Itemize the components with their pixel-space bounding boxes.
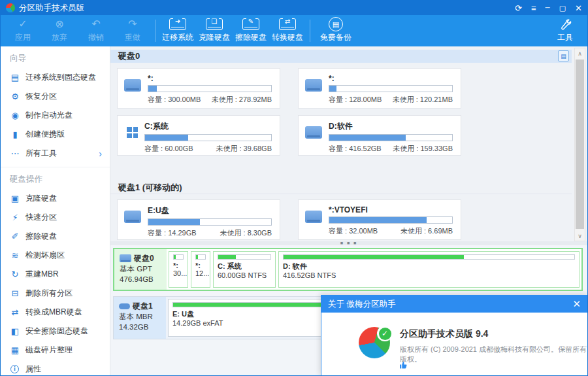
- discard-button[interactable]: ⊗ 放弃: [41, 16, 78, 46]
- sidebar-item-rebuild-mbr[interactable]: ↻ 重建MBR: [1, 265, 110, 284]
- clone-icon: ▣: [10, 194, 20, 203]
- windows-logo-icon: [127, 127, 138, 138]
- toolbar-separator: [310, 20, 310, 42]
- undo-button[interactable]: ↶ 撤销: [78, 16, 114, 46]
- free-text: 未使用 : 6.69MB: [400, 226, 453, 236]
- partition-block[interactable]: D: 软件 416.52GB NTFS: [278, 251, 580, 288]
- sidebar-item-check-bad-sectors[interactable]: ≋ 检测坏扇区: [1, 246, 110, 265]
- lightning-icon: ⚡: [10, 213, 20, 222]
- sidebar-item-quick-partition[interactable]: ⚡ 快速分区: [1, 208, 110, 227]
- eraser-icon: ◧: [10, 326, 20, 336]
- clone-disk-icon: ❑: [206, 18, 223, 30]
- swap-icon: ⇄: [10, 307, 20, 317]
- thumb-up-icon: [399, 361, 408, 371]
- scroll-down-icon[interactable]: ∨: [575, 231, 585, 241]
- wipe-disk-icon: ✎: [242, 18, 259, 30]
- sidebar-item-delete-all-partitions[interactable]: ⊟ 删除所有分区: [1, 284, 110, 303]
- partition-card[interactable]: *: 容量 : 300.00MB 未使用 : 278.92MB: [117, 68, 280, 109]
- toolbar-separator: [155, 20, 155, 42]
- sidebar-item-wipe-disk[interactable]: ✐ 擦除硬盘: [1, 227, 110, 246]
- scrollbar-thumb[interactable]: [576, 60, 584, 229]
- partition-block[interactable]: C: 系统 60.00GB NTFS: [213, 251, 276, 288]
- convert-disk-label: 转换硬盘: [272, 32, 303, 43]
- toolbar: ✓ 应用 ⊗ 放弃 ↶ 撤销 ↷ 重做 ➜ 迁移系统 ❑ 克隆硬盘: [1, 15, 587, 46]
- app-logo-icon: [6, 3, 15, 12]
- clone-disk-button[interactable]: ❑ 克隆硬盘: [196, 16, 233, 46]
- aomei-logo-icon: ✓: [359, 327, 390, 358]
- about-app-name: 分区助手技术员版 9.4: [400, 328, 488, 340]
- disk0-row[interactable]: 硬盘0 基本 GPT 476.94GB *: 30... *: 12...: [113, 248, 583, 291]
- disk-size: 14.32GB: [119, 322, 162, 332]
- discard-icon: ⊗: [55, 18, 63, 30]
- free-text: 未使用 : 159.33GB: [393, 144, 453, 154]
- app-window: 分区助手技术员版 ⟳ ≡ ─ ▢ ✕ ✓ 应用 ⊗ 放弃 ↶ 撤销 ↷: [0, 0, 588, 376]
- sidebar-item-portable-version[interactable]: ▮ 创建便携版: [1, 125, 110, 144]
- partition-card[interactable]: *: 容量 : 128.00MB 未使用 : 120.21MB: [298, 68, 461, 109]
- capacity-text: 容量 : 416.52GB: [329, 144, 382, 154]
- redo-label: 重做: [125, 32, 140, 43]
- usage-bar: [173, 254, 184, 260]
- free-text: 未使用 : 120.21MB: [393, 95, 453, 105]
- info-icon: i: [10, 365, 19, 373]
- drive-icon: [124, 211, 141, 223]
- disk0-label[interactable]: 硬盘0 基本 GPT 476.94GB: [114, 249, 167, 290]
- discard-label: 放弃: [52, 32, 67, 43]
- disk-type: 基本 MBR: [119, 311, 162, 322]
- check-icon: ✓: [18, 18, 27, 30]
- maximize-button[interactable]: ▢: [559, 5, 566, 12]
- sidebar-item-convert-to-mbr[interactable]: ⇄ 转换成MBR硬盘: [1, 303, 110, 322]
- close-button[interactable]: ✕: [575, 4, 582, 12]
- dialog-close-button[interactable]: ✕: [572, 298, 581, 310]
- scroll-up-icon[interactable]: ∧: [575, 48, 585, 58]
- clone-disk-label: 克隆硬盘: [199, 32, 230, 43]
- migrate-os-button[interactable]: ➜ 迁移系统: [159, 16, 196, 46]
- partition-block[interactable]: *: 12...: [191, 251, 210, 288]
- disk-size: 476.94GB: [120, 274, 163, 284]
- partition-name: C:系统: [144, 121, 272, 132]
- sidebar-item-migrate-os-to-ssd[interactable]: ▤ 迁移系统到固态硬盘: [1, 68, 110, 87]
- disk0-group-header[interactable]: 硬盘0: [110, 50, 572, 63]
- sidebar-item-all-tools[interactable]: ⋯ 所有工具 ›: [1, 144, 110, 163]
- minimize-button[interactable]: ─: [546, 5, 550, 11]
- partition-card[interactable]: D:软件 容量 : 416.52GB 未使用 : 159.33GB: [298, 115, 461, 156]
- sidebar-item-properties[interactable]: i 属性: [1, 360, 110, 375]
- partition-card[interactable]: E:U盘 容量 : 14.29GB 未使用 : 8.30GB: [117, 199, 280, 240]
- free-text: 未使用 : 39.68GB: [216, 144, 272, 154]
- menu-icon[interactable]: ≡: [531, 4, 536, 12]
- capacity-text: 容量 : 32.00MB: [329, 226, 378, 236]
- sidebar-item-secure-erase-ssd[interactable]: ◧ 安全擦除固态硬盘: [1, 322, 110, 341]
- convert-disk-button[interactable]: ⇄ 转换硬盘: [269, 16, 306, 46]
- defrag-icon: ▦: [10, 345, 20, 355]
- sidebar-item-bootable-media[interactable]: ◉ 制作启动光盘: [1, 106, 110, 125]
- view-toggle-icon[interactable]: ▤: [558, 50, 569, 61]
- sidebar: 向导 ▤ 迁移系统到固态硬盘 ⚙ 恢复分区 ◉ 制作启动光盘 ▮ 创建便携版 ⋯…: [1, 46, 110, 375]
- partition-card[interactable]: *:VTOYEFI 容量 : 32.00MB 未使用 : 6.69MB: [298, 199, 461, 240]
- vertical-scrollbar[interactable]: ∧ ∨: [574, 48, 585, 241]
- refresh-icon[interactable]: ⟳: [515, 4, 522, 12]
- undo-icon: ↶: [91, 18, 100, 30]
- about-copyright: 版权所有 (C) 2009-2021 成都傲梅科技有限公司。保留所有版权。: [400, 345, 587, 364]
- partition-name: *:VTOYEFI: [329, 205, 453, 214]
- disk1-group-header[interactable]: 硬盘1 (可移动的): [110, 181, 572, 194]
- partition-card[interactable]: C:系统 容量 : 60.00GB 未使用 : 39.68GB: [117, 115, 280, 156]
- free-backup-button[interactable]: ▤ 免费备份: [314, 16, 357, 46]
- broom-icon: ✐: [10, 231, 20, 241]
- convert-disk-icon: ⇄: [279, 18, 296, 30]
- wipe-disk-button[interactable]: ✎ 擦除硬盘: [233, 16, 269, 46]
- partition-block[interactable]: *: 30...: [169, 251, 188, 288]
- usage-bar: [218, 254, 271, 260]
- disc-icon: ◉: [10, 111, 20, 120]
- redo-icon: ↷: [128, 18, 137, 30]
- sidebar-item-recover-partition[interactable]: ⚙ 恢复分区: [1, 87, 110, 106]
- backup-icon: ▤: [329, 17, 343, 31]
- redo-button[interactable]: ↷ 重做: [114, 16, 151, 46]
- apply-button[interactable]: ✓ 应用: [5, 16, 41, 46]
- trash-icon: ⊟: [10, 288, 20, 298]
- sidebar-item-clone-disk[interactable]: ▣ 克隆硬盘: [1, 189, 110, 208]
- apply-label: 应用: [15, 32, 31, 43]
- sidebar-item-defragment[interactable]: ▦ 磁盘碎片整理: [1, 341, 110, 360]
- tools-button[interactable]: 工具: [547, 16, 583, 46]
- drive-icon: ▤: [10, 73, 20, 82]
- usage-bar: [329, 134, 453, 141]
- disk1-label[interactable]: 硬盘1 基本 MBR 14.32GB: [114, 297, 166, 339]
